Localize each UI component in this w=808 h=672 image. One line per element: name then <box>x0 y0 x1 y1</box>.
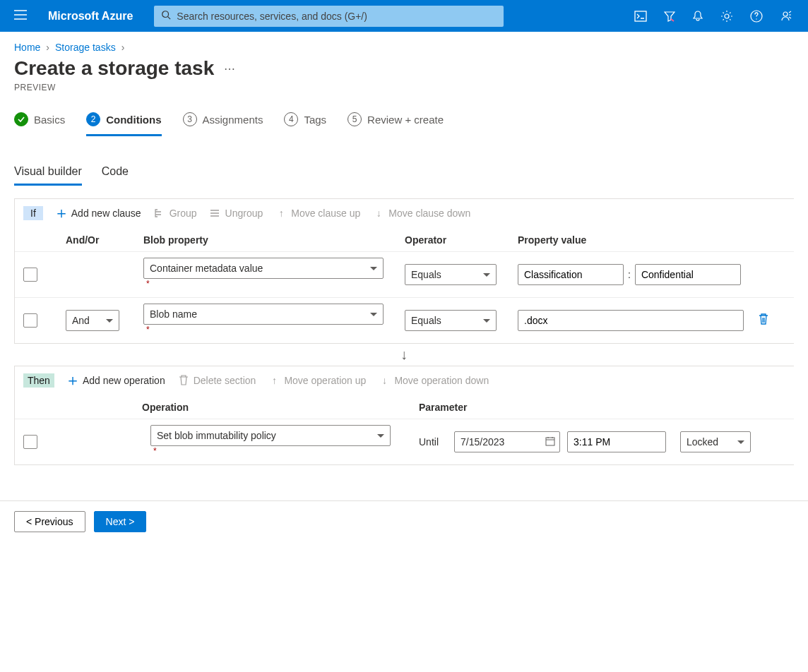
svg-rect-5 <box>546 438 554 445</box>
plus-icon: ＋ <box>56 208 67 219</box>
row-checkbox[interactable] <box>23 268 37 282</box>
svg-point-0 <box>162 11 169 17</box>
until-label: Until <box>419 436 454 448</box>
header-andor: And/Or <box>66 234 143 246</box>
if-toolbar: If ＋ Add new clause Group Ungroup ↑ Move… <box>15 199 794 227</box>
step-review[interactable]: 5 Review + create <box>347 112 444 136</box>
breadcrumb: Home › Storage tasks › <box>0 32 808 56</box>
step-number: 2 <box>86 112 100 126</box>
global-search[interactable] <box>154 6 504 27</box>
calendar-icon <box>545 436 555 448</box>
flow-connector: ↓ <box>0 344 808 366</box>
ungroup-label: Ungroup <box>225 208 263 219</box>
wizard-steps: Basics 2 Conditions 3 Assignments 4 Tags… <box>0 105 808 137</box>
blob-property-select[interactable]: Blob name <box>143 304 384 325</box>
ungroup-button[interactable]: Ungroup <box>210 208 263 219</box>
help-icon[interactable] <box>742 0 771 32</box>
breadcrumb-home[interactable]: Home <box>14 42 40 53</box>
delete-section-button[interactable]: Delete section <box>178 375 256 386</box>
tab-code[interactable]: Code <box>102 165 129 186</box>
trash-icon <box>178 375 189 386</box>
value-key-input[interactable] <box>518 264 624 285</box>
settings-gear-icon[interactable] <box>712 0 742 32</box>
condition-row: And Blob name* Equals <box>15 297 794 343</box>
andor-select[interactable]: And <box>66 310 119 331</box>
arrow-down-icon: ↓ <box>373 208 384 219</box>
operator-select[interactable]: Equals <box>405 310 497 331</box>
page-subtitle: PREVIEW <box>0 83 808 105</box>
step-tags[interactable]: 4 Tags <box>284 112 326 136</box>
cloud-shell-icon[interactable] <box>626 0 655 32</box>
delete-row-button[interactable] <box>758 316 769 328</box>
date-input[interactable]: 7/15/2023 <box>454 431 560 452</box>
brand-label[interactable]: Microsoft Azure <box>34 10 154 23</box>
ungroup-icon <box>210 208 221 219</box>
group-icon <box>154 208 165 219</box>
operation-row: Set blob immutability policy* Until 7/15… <box>15 419 794 464</box>
chevron-right-icon: › <box>46 42 49 53</box>
conditions-header: And/Or Blob property Operator Property v… <box>15 227 794 251</box>
wizard-footer: < Previous Next > <box>0 500 808 549</box>
move-operation-down-button[interactable]: ↓ Move operation down <box>379 375 489 386</box>
step-label: Tags <box>304 114 326 126</box>
group-label: Group <box>170 208 197 219</box>
svg-point-4 <box>783 12 788 16</box>
move-op-up-label: Move operation up <box>284 375 366 386</box>
then-toolbar: Then ＋ Add new operation Delete section … <box>15 366 794 395</box>
step-number: 3 <box>183 112 197 126</box>
step-number: 5 <box>347 112 362 126</box>
arrow-up-icon: ↑ <box>275 208 287 219</box>
move-operation-up-button[interactable]: ↑ Move operation up <box>268 375 366 386</box>
breadcrumb-storage-tasks[interactable]: Storage tasks <box>55 42 116 53</box>
step-label: Basics <box>34 114 65 126</box>
step-conditions[interactable]: 2 Conditions <box>86 112 161 136</box>
header-operation: Operation <box>23 402 150 413</box>
header-parameter: Parameter <box>419 402 680 413</box>
tab-visual-builder[interactable]: Visual builder <box>14 165 82 186</box>
value-input[interactable] <box>518 310 744 331</box>
page-more-button[interactable]: ⋯ <box>224 62 235 76</box>
then-panel: Then ＋ Add new operation Delete section … <box>14 366 794 465</box>
hamburger-menu[interactable] <box>7 10 34 23</box>
notifications-icon[interactable] <box>684 0 712 32</box>
next-button[interactable]: Next > <box>94 511 147 532</box>
move-up-label: Move clause up <box>291 208 360 219</box>
add-operation-button[interactable]: ＋ Add new operation <box>67 375 165 386</box>
operator-select[interactable]: Equals <box>405 264 497 285</box>
top-icon-bar <box>626 0 801 32</box>
time-input[interactable] <box>567 431 666 452</box>
lock-state-select[interactable]: Locked <box>680 431 751 452</box>
step-label: Review + create <box>367 114 444 126</box>
chevron-right-icon: › <box>121 42 125 53</box>
step-label: Conditions <box>106 114 161 126</box>
filter-icon[interactable] <box>655 0 684 32</box>
arrow-up-icon: ↑ <box>268 375 280 386</box>
plus-icon: ＋ <box>67 375 78 386</box>
move-down-label: Move clause down <box>388 208 470 219</box>
operation-select[interactable]: Set blob immutability policy <box>150 425 391 446</box>
step-number: 4 <box>284 112 298 126</box>
builder-subtabs: Visual builder Code <box>0 137 808 186</box>
search-input[interactable] <box>177 11 497 22</box>
condition-row: Container metadata value* Equals : <box>15 251 794 297</box>
move-clause-down-button[interactable]: ↓ Move clause down <box>373 208 470 219</box>
azure-topbar: Microsoft Azure <box>0 0 808 32</box>
step-basics[interactable]: Basics <box>14 112 65 136</box>
add-clause-label: Add new clause <box>71 208 141 219</box>
header-operator: Operator <box>405 234 518 246</box>
row-checkbox[interactable] <box>23 313 37 328</box>
page-title: Create a storage task <box>14 57 214 80</box>
step-label: Assignments <box>203 114 263 126</box>
previous-button[interactable]: < Previous <box>14 511 85 532</box>
value-val-input[interactable] <box>635 264 741 285</box>
step-assignments[interactable]: 3 Assignments <box>183 112 263 136</box>
add-clause-button[interactable]: ＋ Add new clause <box>56 208 141 219</box>
svg-rect-1 <box>635 11 646 21</box>
feedback-icon[interactable] <box>771 0 801 32</box>
search-icon <box>161 10 171 23</box>
blob-property-select[interactable]: Container metadata value <box>143 258 384 279</box>
group-button[interactable]: Group <box>154 208 197 219</box>
row-checkbox[interactable] <box>23 435 37 449</box>
move-clause-up-button[interactable]: ↑ Move clause up <box>275 208 360 219</box>
svg-point-2 <box>725 14 729 18</box>
